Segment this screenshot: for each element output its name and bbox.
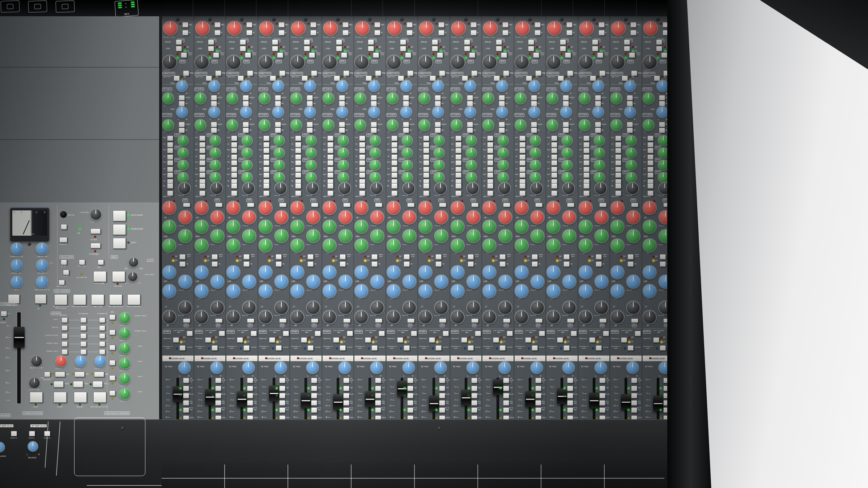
sf-to-mix-button[interactable] [247, 407, 253, 413]
aux3-knob[interactable] [562, 160, 572, 170]
cue-a-level-knob[interactable] [291, 93, 302, 104]
bell-button[interactable] [279, 203, 286, 207]
aux4-knob[interactable] [530, 172, 540, 183]
aux1-sf-button[interactable] [263, 142, 269, 147]
cue-b-level-knob[interactable] [323, 120, 334, 130]
aux1-sf-button[interactable] [423, 142, 429, 147]
sf-to-mix-button[interactable] [375, 407, 381, 413]
path-flip-button[interactable] [563, 254, 570, 260]
path-flip-button[interactable] [526, 76, 532, 81]
cue-a-level-knob[interactable] [355, 93, 366, 104]
ins-pre-button[interactable] [279, 400, 285, 406]
aux4-pre-button[interactable] [327, 172, 333, 178]
path-flip-button[interactable] [627, 254, 634, 260]
phase-button[interactable] [438, 30, 444, 35]
phantom-button[interactable] [471, 22, 477, 27]
follow-path-pan-button[interactable] [315, 331, 321, 336]
follow-path-pan-button[interactable] [475, 331, 481, 336]
hpf-knob[interactable] [307, 183, 318, 194]
bell-button[interactable] [567, 203, 574, 207]
aux4-knob[interactable] [338, 172, 348, 183]
hmf-freq-knob[interactable] [403, 230, 416, 243]
hf-gain-knob[interactable] [483, 201, 496, 214]
path-flip-button[interactable] [597, 52, 603, 58]
route-button[interactable] [596, 345, 602, 351]
cue-b-pan-knob[interactable] [593, 107, 604, 117]
route-button[interactable] [179, 345, 186, 351]
route-button[interactable] [468, 345, 474, 351]
cue-b-level-knob[interactable] [163, 120, 174, 130]
sf-button[interactable] [275, 101, 281, 106]
lmf-q-knob[interactable] [579, 284, 592, 297]
hpf-knob[interactable] [531, 183, 542, 194]
lmf-freq-knob[interactable] [403, 275, 416, 288]
aux3-pre-button[interactable] [455, 160, 461, 166]
post-button[interactable] [179, 122, 185, 127]
hf-freq-knob[interactable] [403, 211, 416, 224]
aux1-knob[interactable] [242, 136, 252, 146]
sf-to-mix-button[interactable] [183, 407, 189, 413]
ins-in-button[interactable] [471, 393, 477, 398]
cue-a-level-knob[interactable] [419, 93, 430, 104]
phantom-button[interactable] [246, 22, 252, 27]
aux3-sf-button[interactable] [359, 167, 365, 172]
drive-button[interactable] [656, 39, 662, 45]
hpf-in-button[interactable] [615, 183, 621, 189]
cue-afl-button[interactable] [109, 330, 115, 335]
foldback-b-level-knob[interactable] [95, 356, 106, 367]
aux2-sf-button[interactable] [455, 154, 461, 160]
hf-freq-knob[interactable] [211, 211, 224, 224]
line-button[interactable] [368, 46, 374, 51]
sf-from-lf-button[interactable] [471, 378, 477, 383]
sf-pan-knob[interactable] [371, 362, 382, 373]
zero-db-button[interactable] [503, 386, 509, 391]
ins-in-button[interactable] [343, 393, 349, 398]
osc-level-knob[interactable] [90, 209, 101, 220]
sf-button[interactable] [179, 128, 185, 133]
gain-knob[interactable] [580, 21, 593, 35]
path-flip-button[interactable] [525, 337, 531, 343]
sf-from-lf-button[interactable] [215, 378, 221, 383]
hf-freq-knob[interactable] [243, 211, 256, 224]
aux2-pre-button[interactable] [647, 148, 654, 153]
line-button[interactable] [528, 46, 534, 51]
matrix-button[interactable] [61, 325, 68, 331]
eq-in-button[interactable] [468, 261, 474, 267]
hmf-gain-knob[interactable] [579, 220, 592, 233]
aux1-knob[interactable] [274, 136, 284, 146]
aux2-knob[interactable] [370, 148, 380, 158]
post-button[interactable] [467, 122, 473, 127]
drive-button[interactable] [528, 39, 534, 45]
aux2-knob[interactable] [274, 148, 284, 158]
cue-b-pan-knob[interactable] [401, 107, 412, 117]
post-button[interactable] [627, 122, 633, 127]
drive-button[interactable] [304, 39, 310, 45]
follow-path-pan-button[interactable] [507, 331, 513, 336]
hf-freq-knob[interactable] [595, 211, 608, 224]
lmf-freq-knob[interactable] [563, 275, 576, 288]
pfl-button[interactable] [98, 260, 104, 265]
aux3-sf-button[interactable] [327, 167, 333, 172]
channel-fader-cap[interactable] [621, 394, 631, 410]
lmf-freq-knob[interactable] [179, 275, 192, 288]
aux4-knob[interactable] [306, 172, 316, 183]
cue-b-pan-knob[interactable] [529, 107, 540, 117]
sf-button[interactable] [403, 128, 409, 133]
drive-button[interactable] [240, 39, 246, 45]
cue-b-pan-knob[interactable] [625, 107, 635, 117]
cue-a-pan-knob[interactable] [625, 81, 635, 91]
lf-freq-knob[interactable] [499, 301, 512, 314]
post-button[interactable] [499, 122, 505, 127]
route-button[interactable] [660, 345, 666, 351]
aux3-knob[interactable] [210, 160, 220, 170]
aux2-knob[interactable] [594, 148, 604, 158]
pre-button[interactable] [631, 70, 637, 76]
gain-knob[interactable] [356, 21, 369, 35]
aux3-sf-button[interactable] [551, 167, 557, 172]
aux2-pre-button[interactable] [327, 148, 333, 153]
path-flip-button[interactable] [179, 254, 186, 260]
path-flip-button[interactable] [429, 337, 435, 343]
hpf-knob[interactable] [211, 183, 222, 194]
gain-knob[interactable] [227, 21, 241, 35]
send-listen-to-talkback-button[interactable] [44, 372, 50, 377]
